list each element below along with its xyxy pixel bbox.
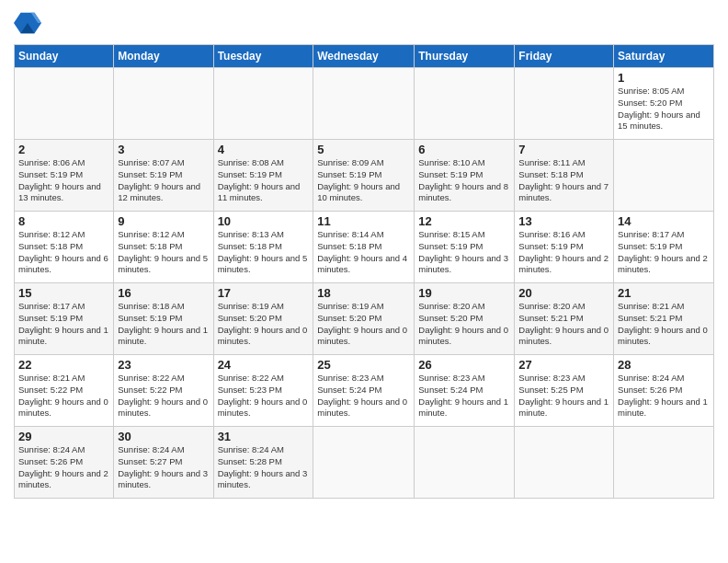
calendar-cell — [114, 68, 213, 140]
calendar-cell: 17Sunrise: 8:19 AMSunset: 5:20 PMDayligh… — [213, 283, 313, 355]
day-number: 25 — [317, 358, 410, 372]
calendar-cell: 31Sunrise: 8:24 AMSunset: 5:28 PMDayligh… — [213, 427, 313, 499]
week-row-4: 22Sunrise: 8:21 AMSunset: 5:22 PMDayligh… — [15, 355, 714, 427]
calendar-cell: 5Sunrise: 8:09 AMSunset: 5:19 PMDaylight… — [313, 140, 415, 212]
calendar: SundayMondayTuesdayWednesdayThursdayFrid… — [14, 44, 714, 499]
day-info: Sunrise: 8:19 AMSunset: 5:20 PMDaylight:… — [317, 301, 410, 348]
day-info: Sunrise: 8:24 AMSunset: 5:26 PMDaylight:… — [18, 444, 109, 491]
week-row-5: 29Sunrise: 8:24 AMSunset: 5:26 PMDayligh… — [15, 427, 714, 499]
day-info: Sunrise: 8:24 AMSunset: 5:27 PMDaylight:… — [118, 444, 209, 491]
calendar-cell: 28Sunrise: 8:24 AMSunset: 5:26 PMDayligh… — [614, 355, 714, 427]
day-info: Sunrise: 8:12 AMSunset: 5:18 PMDaylight:… — [118, 229, 209, 276]
day-number: 13 — [518, 214, 609, 228]
day-number: 10 — [218, 214, 310, 228]
day-info: Sunrise: 8:12 AMSunset: 5:18 PMDaylight:… — [18, 229, 109, 276]
calendar-cell — [313, 427, 415, 499]
day-info: Sunrise: 8:06 AMSunset: 5:19 PMDaylight:… — [18, 157, 109, 204]
day-info: Sunrise: 8:18 AMSunset: 5:19 PMDaylight:… — [118, 301, 209, 348]
day-number: 9 — [118, 214, 209, 228]
calendar-cell: 25Sunrise: 8:23 AMSunset: 5:24 PMDayligh… — [313, 355, 415, 427]
day-number: 28 — [618, 358, 710, 372]
day-info: Sunrise: 8:08 AMSunset: 5:19 PMDaylight:… — [218, 157, 310, 204]
calendar-cell: 6Sunrise: 8:10 AMSunset: 5:19 PMDaylight… — [415, 140, 515, 212]
calendar-cell: 22Sunrise: 8:21 AMSunset: 5:22 PMDayligh… — [15, 355, 114, 427]
day-info: Sunrise: 8:23 AMSunset: 5:25 PMDaylight:… — [518, 373, 609, 419]
day-number: 4 — [218, 143, 310, 156]
weekday-header-sunday: Sunday — [15, 45, 114, 68]
day-info: Sunrise: 8:23 AMSunset: 5:24 PMDaylight:… — [317, 373, 410, 419]
day-info: Sunrise: 8:15 AMSunset: 5:19 PMDaylight:… — [418, 229, 510, 276]
day-number: 14 — [618, 214, 710, 228]
calendar-cell: 20Sunrise: 8:20 AMSunset: 5:21 PMDayligh… — [515, 283, 614, 355]
weekday-header-saturday: Saturday — [614, 45, 714, 68]
calendar-cell: 30Sunrise: 8:24 AMSunset: 5:27 PMDayligh… — [114, 427, 213, 499]
day-number: 12 — [418, 214, 510, 228]
calendar-cell: 12Sunrise: 8:15 AMSunset: 5:19 PMDayligh… — [415, 212, 515, 283]
page: SundayMondayTuesdayWednesdayThursdayFrid… — [0, 0, 728, 508]
calendar-cell: 10Sunrise: 8:13 AMSunset: 5:18 PMDayligh… — [213, 212, 313, 283]
day-number: 2 — [18, 143, 109, 156]
calendar-cell: 24Sunrise: 8:22 AMSunset: 5:23 PMDayligh… — [213, 355, 313, 427]
day-number: 18 — [317, 286, 410, 300]
day-info: Sunrise: 8:07 AMSunset: 5:19 PMDaylight:… — [118, 157, 209, 204]
day-number: 7 — [518, 143, 609, 156]
day-number: 3 — [118, 143, 209, 156]
day-info: Sunrise: 8:09 AMSunset: 5:19 PMDaylight:… — [317, 157, 410, 204]
calendar-cell: 19Sunrise: 8:20 AMSunset: 5:20 PMDayligh… — [415, 283, 515, 355]
day-number: 31 — [218, 430, 310, 443]
day-number: 15 — [18, 286, 109, 300]
calendar-cell — [515, 68, 614, 140]
calendar-cell: 4Sunrise: 8:08 AMSunset: 5:19 PMDaylight… — [213, 140, 313, 212]
weekday-header-wednesday: Wednesday — [313, 45, 415, 68]
calendar-cell: 13Sunrise: 8:16 AMSunset: 5:19 PMDayligh… — [515, 212, 614, 283]
calendar-cell: 16Sunrise: 8:18 AMSunset: 5:19 PMDayligh… — [114, 283, 213, 355]
day-number: 27 — [518, 358, 609, 372]
day-number: 29 — [18, 430, 109, 443]
calendar-cell: 21Sunrise: 8:21 AMSunset: 5:21 PMDayligh… — [614, 283, 714, 355]
day-info: Sunrise: 8:20 AMSunset: 5:20 PMDaylight:… — [418, 301, 510, 348]
day-number: 8 — [18, 214, 109, 228]
calendar-cell — [415, 427, 515, 499]
calendar-cell: 2Sunrise: 8:06 AMSunset: 5:19 PMDaylight… — [15, 140, 114, 212]
day-info: Sunrise: 8:17 AMSunset: 5:19 PMDaylight:… — [618, 229, 710, 276]
day-number: 23 — [118, 358, 209, 372]
day-number: 16 — [118, 286, 209, 300]
calendar-cell — [15, 68, 114, 140]
calendar-cell: 1Sunrise: 8:05 AMSunset: 5:20 PMDaylight… — [614, 68, 714, 140]
calendar-cell: 27Sunrise: 8:23 AMSunset: 5:25 PMDayligh… — [515, 355, 614, 427]
day-info: Sunrise: 8:19 AMSunset: 5:20 PMDaylight:… — [218, 301, 310, 348]
day-info: Sunrise: 8:23 AMSunset: 5:24 PMDaylight:… — [418, 373, 510, 419]
day-number: 19 — [418, 286, 510, 300]
day-info: Sunrise: 8:24 AMSunset: 5:28 PMDaylight:… — [218, 444, 310, 491]
weekday-header-row: SundayMondayTuesdayWednesdayThursdayFrid… — [15, 45, 714, 68]
day-info: Sunrise: 8:17 AMSunset: 5:19 PMDaylight:… — [18, 301, 109, 348]
calendar-cell — [213, 68, 313, 140]
logo-icon — [14, 9, 41, 37]
day-number: 22 — [18, 358, 109, 372]
calendar-cell: 18Sunrise: 8:19 AMSunset: 5:20 PMDayligh… — [313, 283, 415, 355]
day-info: Sunrise: 8:24 AMSunset: 5:26 PMDaylight:… — [618, 373, 710, 419]
calendar-cell: 3Sunrise: 8:07 AMSunset: 5:19 PMDaylight… — [114, 140, 213, 212]
calendar-cell — [415, 68, 515, 140]
week-row-2: 8Sunrise: 8:12 AMSunset: 5:18 PMDaylight… — [15, 212, 714, 283]
day-info: Sunrise: 8:05 AMSunset: 5:20 PMDaylight:… — [618, 86, 710, 132]
day-number: 17 — [218, 286, 310, 300]
week-row-0: 1Sunrise: 8:05 AMSunset: 5:20 PMDaylight… — [15, 68, 714, 140]
day-number: 11 — [317, 214, 410, 228]
day-info: Sunrise: 8:11 AMSunset: 5:18 PMDaylight:… — [518, 157, 609, 204]
weekday-header-friday: Friday — [515, 45, 614, 68]
day-number: 20 — [518, 286, 609, 300]
weekday-header-thursday: Thursday — [415, 45, 515, 68]
day-info: Sunrise: 8:22 AMSunset: 5:22 PMDaylight:… — [118, 373, 209, 419]
calendar-cell: 11Sunrise: 8:14 AMSunset: 5:18 PMDayligh… — [313, 212, 415, 283]
header — [14, 9, 714, 37]
day-info: Sunrise: 8:10 AMSunset: 5:19 PMDaylight:… — [418, 157, 510, 204]
calendar-cell: 23Sunrise: 8:22 AMSunset: 5:22 PMDayligh… — [114, 355, 213, 427]
calendar-cell — [515, 427, 614, 499]
day-number: 1 — [618, 71, 710, 85]
week-row-3: 15Sunrise: 8:17 AMSunset: 5:19 PMDayligh… — [15, 283, 714, 355]
day-info: Sunrise: 8:22 AMSunset: 5:23 PMDaylight:… — [218, 373, 310, 419]
calendar-cell: 15Sunrise: 8:17 AMSunset: 5:19 PMDayligh… — [15, 283, 114, 355]
day-info: Sunrise: 8:14 AMSunset: 5:18 PMDaylight:… — [317, 229, 410, 276]
weekday-header-tuesday: Tuesday — [213, 45, 313, 68]
